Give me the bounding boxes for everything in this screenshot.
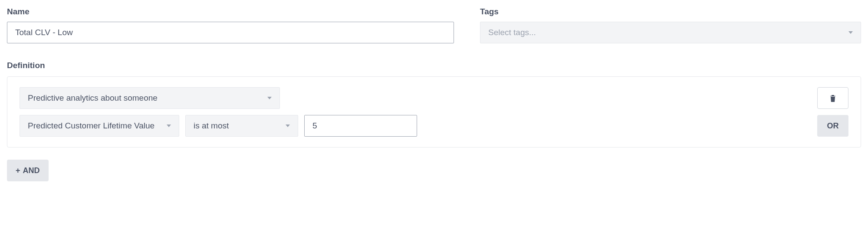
operator-value: is at most xyxy=(194,121,229,131)
chevron-down-icon xyxy=(167,125,171,127)
condition-type-value: Predictive analytics about someone xyxy=(28,93,158,103)
chevron-down-icon xyxy=(267,97,272,99)
definition-label: Definition xyxy=(7,61,861,70)
definition-card: Predictive analytics about someone Predi… xyxy=(7,76,861,148)
plus-icon: + xyxy=(16,166,20,175)
condition-type-select[interactable]: Predictive analytics about someone xyxy=(20,87,280,109)
tags-label: Tags xyxy=(480,7,861,16)
tags-select[interactable]: Select tags... xyxy=(480,22,861,43)
name-input[interactable] xyxy=(7,22,454,43)
tags-placeholder: Select tags... xyxy=(488,28,536,37)
chevron-down-icon xyxy=(286,125,290,127)
attribute-select[interactable]: Predicted Customer Lifetime Value xyxy=(20,115,179,137)
trash-icon xyxy=(830,94,836,102)
delete-condition-button[interactable] xyxy=(817,87,848,109)
value-input[interactable] xyxy=(304,115,417,137)
chevron-down-icon xyxy=(848,31,853,34)
operator-select[interactable]: is at most xyxy=(185,115,298,137)
attribute-value: Predicted Customer Lifetime Value xyxy=(28,121,155,131)
or-button[interactable]: OR xyxy=(817,115,848,137)
and-button-label: AND xyxy=(23,166,40,175)
name-label: Name xyxy=(7,7,454,16)
and-button[interactable]: + AND xyxy=(7,160,49,181)
